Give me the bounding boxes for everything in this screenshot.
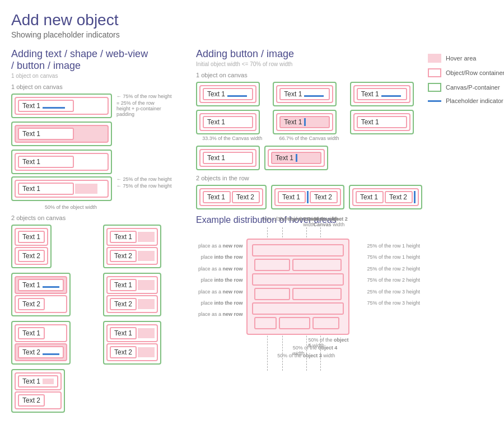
canvas-2e: Text 1 Text 2 [11, 321, 71, 365]
below-67: 66.7% of the Canvas width [273, 136, 345, 141]
obj-t1-2b1: Text 1 [110, 231, 137, 243]
rr-3: Text 1 [353, 85, 410, 103]
rl-1: 25% of the row 1 height [367, 242, 420, 250]
obj-text1-1: Text 1 [18, 100, 74, 112]
ph-r1 [227, 95, 247, 97]
left-section-title: Adding text / shape / web-view/ button /… [11, 48, 190, 72]
obj-t2-2b2: Text 2 [110, 250, 137, 262]
row-2a: Text 1 [15, 125, 109, 143]
canvas-2: Text 1 [11, 122, 112, 146]
group-label-1obj: 1 object on canvas [11, 83, 190, 90]
ll-6: place into the row [198, 299, 243, 307]
ex-c2 [254, 259, 290, 271]
canvas-2c: Text 1 Text 2 [11, 273, 71, 316]
ex-c8 [254, 317, 277, 329]
right-section-subtitle: Initial object width <= 70% of row width [196, 61, 422, 67]
legend-object-box [428, 68, 441, 77]
row3-pair: Text 1 Text 1 [196, 146, 422, 170]
three-col-1: Text 1 Text 1 [196, 82, 422, 106]
example-diagram: place as a new row place into the row pl… [246, 239, 349, 335]
legend-canvas-box [428, 83, 441, 92]
rl-4: 75% of the row 2 height [367, 276, 420, 284]
rr-5: Text 1 [276, 113, 333, 131]
row-2c2: Text 2 [15, 295, 67, 313]
rr-6: Text 1 [353, 113, 410, 131]
three-col-3: Text 1 Text 2 Text 1 [196, 185, 422, 209]
hover-2b2 [138, 251, 155, 261]
left-labels: place as a new row place into the row pl… [198, 242, 243, 319]
annot-75: ← 75% of the row height [116, 94, 172, 99]
three-col-2: Text 1 33.3% of the Canvas width Text 1 … [196, 110, 422, 141]
ex-c3 [292, 259, 342, 271]
page-title: Add new object [11, 11, 493, 29]
ph-10v [307, 191, 309, 203]
rc-2: Text 1 [273, 82, 337, 106]
legend-hover-label: Hover area [446, 55, 476, 62]
rc-3: Text 1 [350, 82, 414, 106]
rc-4: Text 1 [196, 110, 260, 134]
hover-2b1 [138, 232, 155, 242]
canvas-row-4: Text 1 ← 25% of the row height ← 75% of … [11, 176, 190, 201]
legend-canvas: Canvas/P-container [428, 83, 504, 92]
ex-r4 [252, 288, 344, 300]
row-2g2: Text 2 [15, 391, 62, 409]
rc-5: Text 1 [273, 110, 337, 134]
rc-7: Text 1 [196, 146, 260, 170]
ex-c6 [292, 288, 342, 300]
canvas-2d: Text 1 Text 2 [103, 273, 161, 316]
right-labels: 25% of the row 1 height 75% of the row 1… [367, 242, 420, 307]
obj-t1-2d1: Text 1 [110, 279, 137, 291]
row-1a: Text 1 [15, 97, 109, 115]
ro-t1-9: Text 1 [203, 191, 231, 203]
canvas-row-3: Text 1 [11, 150, 190, 174]
rr-11: Text 1 Text 2 [352, 188, 419, 206]
ll-4: place into the row [198, 276, 243, 284]
canvas-1: Text 1 [11, 94, 112, 118]
canvas-2a: Text 1 Text 2 [11, 225, 52, 268]
canvas-2b: Text 1 Text 2 [103, 225, 161, 268]
row-3a: Text 1 [15, 153, 109, 171]
ro-5: Text 1 [279, 116, 330, 128]
below-50obj: 50% of the object width [45, 204, 190, 210]
ro-2: Text 1 [279, 88, 330, 100]
obj-t1-2c1: Text 1 [18, 279, 64, 291]
row-4a: Text 1 [15, 180, 109, 198]
rr-10: Text 1 Text 2 [274, 188, 341, 206]
ph-2c1 [43, 286, 59, 288]
rr-7: Text 1 [199, 149, 256, 167]
canvas-row-1: Text 1 ← 75% of the row height = 25% of … [11, 94, 190, 118]
ex-r5 [252, 302, 344, 315]
ex-r1 [252, 244, 344, 256]
legend-placeholder: Placeholder indicator [428, 97, 504, 104]
obj-t2-2f2: Text 2 [110, 346, 137, 358]
legend-hover: Hover area [428, 54, 504, 63]
hover-2f1 [138, 328, 155, 338]
ro-7: Text 1 [203, 152, 253, 164]
hover-2d1 [138, 280, 155, 290]
ph-r2 [304, 95, 324, 97]
row-2c1: Text 1 [15, 276, 67, 294]
ph-r3 [381, 95, 401, 97]
row-2e1: Text 1 [15, 324, 67, 342]
example-diagram-wrapper: 50% of the object 1 width 33.3% of the C… [246, 239, 349, 360]
rc-11: Text 1 Text 2 [349, 185, 422, 209]
ro-6: Text 1 [357, 116, 407, 128]
hover-2g1-inline [43, 379, 54, 384]
ro-t2-11: Text 2 [385, 191, 413, 203]
row-2g1: Text 1 [15, 372, 62, 390]
ll-3: place as a new row [198, 265, 243, 273]
row-2f1: Text 1 [106, 324, 158, 342]
annot-75b: ← 75% of the row height [116, 183, 172, 189]
hover-2f2 [138, 347, 155, 357]
rl-2: 75% of the row 1 height [367, 253, 420, 261]
rc-9: Text 1 Text 2 [196, 185, 267, 209]
ll-7: place as a new row [198, 310, 243, 318]
ba-3: 50% of the object 3 width [277, 353, 335, 358]
below-33: 33.3% of the Canvas width [196, 136, 268, 141]
obj-t1-2a1: Text 1 [18, 231, 45, 243]
obj-t1-2e1: Text 1 [18, 327, 45, 339]
page-subtitle: Showing placeholder indicators [11, 30, 493, 39]
legend-hover-box [428, 54, 441, 63]
rc-6: Text 1 [350, 110, 414, 134]
ex-r3 [252, 273, 344, 286]
